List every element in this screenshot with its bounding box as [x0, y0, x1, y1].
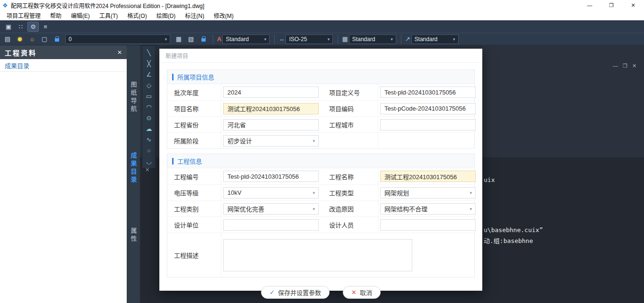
- close-button[interactable]: ✕: [622, 0, 644, 10]
- chevron-down-icon: ▾: [470, 190, 472, 195]
- chevron-down-icon: ▾: [261, 37, 267, 42]
- project-code-label: 项目编码: [322, 101, 378, 116]
- mleader-style-icon: ↗: [405, 35, 410, 43]
- chevron-down-icon: ▾: [470, 207, 472, 211]
- save-params-label: 保存并设置参数: [278, 288, 321, 297]
- chevron-down-icon: ▾: [313, 207, 315, 211]
- layer-lock-icon[interactable]: [198, 34, 209, 44]
- eng-name-input[interactable]: 测试工程20241030175056: [380, 171, 476, 182]
- box-icon[interactable]: ▢: [39, 34, 50, 44]
- draw-ellipse-arc-icon[interactable]: ◡: [142, 156, 156, 167]
- layer-select-value: 0: [69, 36, 72, 43]
- command-text-line: 动.组:basebhne: [484, 236, 533, 245]
- lock-glyph: [201, 38, 206, 42]
- eng-type-label: 工程类型: [322, 185, 378, 200]
- layer-states-icon[interactable]: ▦: [173, 34, 184, 44]
- toolbar-close-icon[interactable]: ✕: [145, 167, 149, 173]
- description-textarea[interactable]: [223, 239, 412, 271]
- stage-label: 所属阶段: [174, 133, 221, 148]
- menu-item-tools[interactable]: 工具(T): [95, 10, 122, 20]
- project-code-input[interactable]: Test-pCode-20241030175056: [380, 103, 476, 114]
- layer-isolate-icon[interactable]: ▧: [185, 34, 197, 44]
- eng-name-label: 工程名称: [322, 168, 378, 184]
- table-style-select[interactable]: Standard ▾: [349, 35, 396, 44]
- lock-glyph: [55, 38, 59, 42]
- settings-gear-icon[interactable]: ⚙: [27, 22, 39, 32]
- results-directory-item[interactable]: 成果目录: [0, 59, 127, 72]
- drawing-close-button[interactable]: ✕: [632, 63, 636, 69]
- panel-close-icon[interactable]: ✕: [117, 49, 122, 56]
- sidebar-tab-drawing-nav[interactable]: 图纸导航: [127, 71, 140, 123]
- save-params-button[interactable]: ✓ 保存并设置参数: [261, 286, 330, 299]
- sun-icon[interactable]: ☼: [26, 34, 38, 44]
- design-unit-input[interactable]: [223, 219, 319, 231]
- draw-arc-icon[interactable]: ◠: [142, 102, 156, 113]
- voltage-select[interactable]: 10kV ▾: [223, 187, 319, 199]
- menu-item-draw[interactable]: 绘图(D): [152, 10, 181, 20]
- project-info-section: 所属项目信息 批次年度 2024 项目定义号 Test-pld-20241030…: [167, 69, 475, 149]
- draw-polyline-icon[interactable]: ∠: [142, 69, 156, 80]
- cancel-label: 取消: [360, 288, 372, 297]
- section-accent-bar: [172, 74, 174, 80]
- lock-icon[interactable]: [51, 34, 62, 44]
- text-style-icon: A: [217, 35, 221, 43]
- eng-category-select-value: 网架优化完善: [227, 204, 264, 213]
- sidebar-tab-results[interactable]: 成果目录: [127, 142, 140, 194]
- dim-style-select[interactable]: ISO-25 ▾: [286, 35, 333, 44]
- city-input[interactable]: [380, 119, 476, 130]
- form-row: 工程编号 Test-pld-20241030175056 工程名称 测试工程20…: [167, 168, 474, 184]
- window-title: 配网工程数字化移交设计应用软件2024 Professional Edition…: [11, 1, 204, 9]
- eng-no-input[interactable]: Test-pld-20241030175056: [223, 171, 319, 182]
- minimize-button[interactable]: —: [579, 0, 600, 10]
- text-style-select[interactable]: Standard ▾: [222, 35, 270, 44]
- menu-item-format[interactable]: 格式(O): [122, 10, 151, 20]
- bulb-icon[interactable]: [14, 34, 26, 44]
- layer-properties-icon[interactable]: ▤: [2, 34, 13, 44]
- draw-rectangle-icon[interactable]: ▭: [142, 91, 156, 102]
- project-def-label: 项目定义号: [322, 84, 378, 100]
- layer-select[interactable]: 0 ▾: [65, 35, 170, 44]
- batch-year-input[interactable]: 2024: [223, 87, 319, 98]
- reason-select[interactable]: 网架结构不合理 ▾: [380, 203, 476, 215]
- menu-item-dimension[interactable]: 标注(N): [180, 10, 209, 20]
- text-style-value: Standard: [226, 36, 249, 43]
- blocks-icon[interactable]: ▣: [3, 22, 14, 32]
- mleader-style-select[interactable]: Standard ▾: [411, 35, 459, 44]
- drawing-minimize-button[interactable]: —: [613, 63, 618, 69]
- stage-select[interactable]: 初步设计 ▾: [223, 135, 319, 147]
- menubar: 项目工程管理 帮助 编辑(E) 工具(T) 格式(O) 绘图(D) 标注(N) …: [0, 10, 644, 20]
- eng-type-select[interactable]: 网架规划 ▾: [380, 187, 476, 199]
- menu-item-project-management[interactable]: 项目工程管理: [2, 10, 45, 20]
- reason-select-value: 网架结构不合理: [384, 204, 427, 213]
- sidebar-tab-properties[interactable]: 属性: [127, 216, 140, 254]
- drawing-restore-button[interactable]: ❐: [623, 63, 627, 69]
- voltage-select-value: 10kV: [227, 189, 242, 196]
- standard-toolbar: ▣ ∷ ⚙ ≡: [0, 20, 644, 33]
- eng-category-select[interactable]: 网架优化完善 ▾: [223, 203, 319, 215]
- menu-item-modify[interactable]: 修改(M): [209, 10, 238, 20]
- menu-item-edit[interactable]: 编辑(E): [66, 10, 95, 20]
- draw-ellipse-icon[interactable]: ○: [142, 145, 156, 156]
- drawing-window-controls: — ❐ ✕: [613, 63, 636, 69]
- dialog-body: 所属项目信息 批次年度 2024 项目定义号 Test-pld-20241030…: [159, 63, 482, 299]
- province-input[interactable]: 河北省: [223, 119, 319, 130]
- project-name-input[interactable]: 测试工程20241030175056: [223, 103, 319, 114]
- draw-polygon-icon[interactable]: ◇: [142, 80, 156, 91]
- designer-input[interactable]: [380, 219, 476, 231]
- draw-line-icon[interactable]: ╲: [142, 47, 156, 58]
- application-window: ❖ 配网工程数字化移交设计应用软件2024 Professional Editi…: [0, 0, 644, 303]
- form-row: 批次年度 2024 项目定义号 Test-pld-20241030175056: [167, 84, 474, 100]
- cancel-button[interactable]: ✕ 取消: [343, 286, 381, 299]
- menu-item-help[interactable]: 帮助: [45, 10, 66, 20]
- list-icon[interactable]: ≡: [40, 22, 51, 32]
- draw-circle-icon[interactable]: ⊙: [142, 113, 156, 123]
- project-def-input[interactable]: Test-pld-20241030175056: [380, 87, 476, 98]
- eng-category-label: 工程类别: [174, 201, 221, 216]
- bulb-glyph: [18, 37, 22, 41]
- draw-revcloud-icon[interactable]: ☁: [142, 123, 156, 134]
- draw-spline-icon[interactable]: ∿: [142, 134, 156, 145]
- project-name-label: 项目名称: [174, 101, 221, 116]
- draw-xline-icon[interactable]: ╳: [142, 58, 156, 69]
- maximize-button[interactable]: ❐: [600, 0, 622, 10]
- grid-icon[interactable]: ∷: [15, 22, 26, 32]
